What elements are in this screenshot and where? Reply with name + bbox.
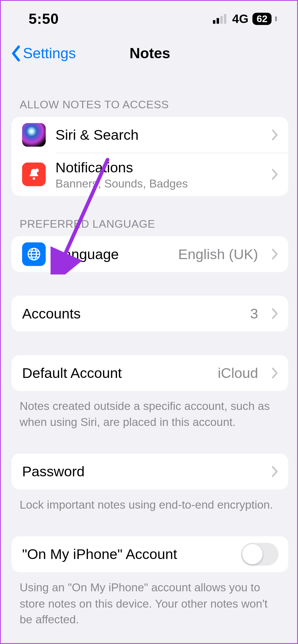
- status-bar: 5:50 4G 62: [2, 2, 298, 36]
- row-value: iCloud: [218, 365, 258, 381]
- footer-default-account: Notes created outside a specific account…: [2, 391, 298, 430]
- row-label: Accounts: [22, 305, 240, 322]
- group-default-account: Default Account iCloud: [12, 355, 288, 391]
- group-language: Language English (UK): [12, 236, 288, 272]
- row-password[interactable]: Password: [12, 454, 288, 489]
- back-label: Settings: [23, 45, 76, 62]
- row-value: English (UK): [178, 246, 258, 262]
- notifications-icon: [22, 162, 46, 186]
- svg-point-1: [35, 169, 39, 172]
- row-label: Password: [22, 463, 258, 480]
- chevron-right-icon: [271, 248, 279, 260]
- row-label: Language: [56, 245, 168, 263]
- page-title: Notes: [130, 45, 170, 62]
- group-access: Siri & Search Notifi: [12, 117, 288, 196]
- globe-icon: [22, 242, 46, 266]
- chevron-right-icon: [271, 466, 279, 478]
- battery-icon: 62: [253, 13, 272, 25]
- on-my-iphone-toggle[interactable]: [241, 543, 279, 566]
- siri-icon: [22, 123, 46, 147]
- row-label: Siri & Search: [56, 126, 258, 144]
- cellular-signal-icon: [213, 14, 226, 24]
- network-type: 4G: [232, 12, 249, 26]
- chevron-right-icon: [271, 307, 279, 320]
- chevron-right-icon: [271, 129, 279, 141]
- chevron-left-icon: [11, 45, 21, 62]
- status-time: 5:50: [29, 10, 59, 27]
- row-on-my-iphone: "On My iPhone" Account: [12, 536, 288, 572]
- group-password: Password: [12, 454, 288, 489]
- row-label: Notifications: [56, 158, 258, 176]
- footer-on-my-iphone: Using an "On My iPhone" account allows y…: [2, 572, 298, 627]
- back-button[interactable]: Settings: [11, 45, 76, 62]
- nav-bar: Settings Notes: [2, 36, 298, 71]
- section-header-language: PREFERRED LANGUAGE: [2, 196, 298, 236]
- chevron-right-icon: [271, 367, 279, 379]
- row-label: Default Account: [22, 364, 208, 382]
- footer-password: Lock important notes using end-to-end en…: [2, 489, 298, 513]
- battery-nub: [275, 16, 277, 21]
- row-value: 3: [250, 305, 258, 322]
- section-header-access: ALLOW NOTES TO ACCESS: [2, 71, 298, 117]
- group-on-my-iphone: "On My iPhone" Account: [12, 536, 288, 572]
- row-sublabel: Banners, Sounds, Badges: [56, 177, 258, 190]
- chevron-right-icon: [271, 168, 279, 181]
- svg-point-0: [33, 177, 35, 180]
- row-notifications[interactable]: Notifications Banners, Sounds, Badges: [12, 153, 288, 196]
- status-right: 4G 62: [213, 12, 277, 26]
- row-siri-search[interactable]: Siri & Search: [12, 117, 288, 153]
- row-label: "On My iPhone" Account: [22, 545, 231, 563]
- row-accounts[interactable]: Accounts 3: [12, 296, 288, 331]
- group-accounts: Accounts 3: [12, 296, 288, 331]
- row-language[interactable]: Language English (UK): [12, 236, 288, 272]
- row-default-account[interactable]: Default Account iCloud: [12, 355, 288, 391]
